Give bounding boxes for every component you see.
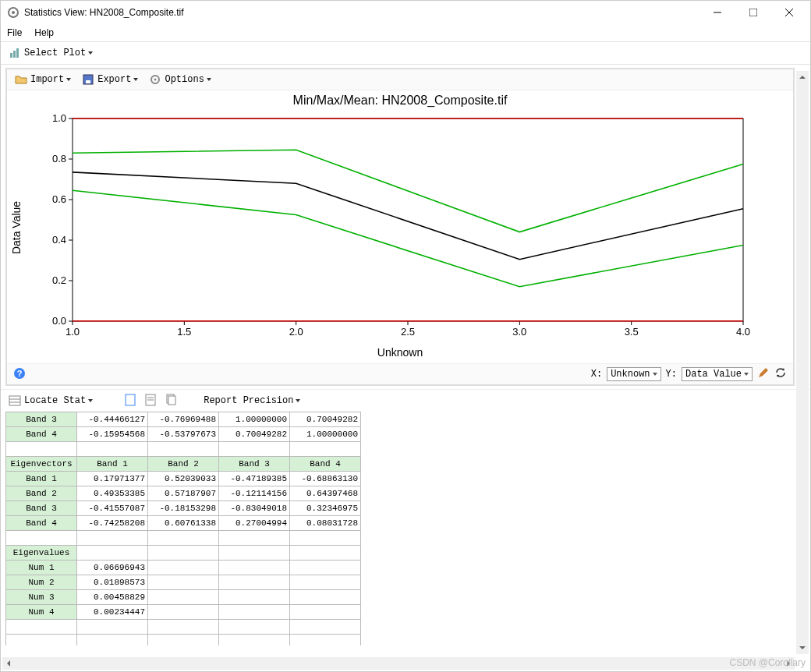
svg-text:0.8: 0.8 (52, 153, 66, 164)
chevron-down-icon (744, 373, 749, 376)
svg-text:4.0: 4.0 (736, 326, 750, 338)
export-button[interactable]: Export (79, 72, 141, 87)
svg-rect-13 (73, 118, 743, 321)
report-precision-button[interactable]: Report Precision (200, 394, 303, 408)
window-titlebar: Statistics View: HN2008_Composite.tif (1, 1, 810, 24)
gear-icon (149, 73, 161, 86)
chart-icon (9, 47, 21, 59)
vertical-scrollbar[interactable] (796, 71, 809, 654)
svg-point-1 (12, 11, 15, 14)
chart-plot[interactable]: 0.00.20.40.60.81.01.01.52.02.53.03.54.0 (26, 111, 759, 345)
folder-icon (15, 73, 27, 86)
table-icon (9, 394, 21, 407)
save-icon (82, 73, 94, 86)
svg-text:0.0: 0.0 (52, 315, 66, 327)
chevron-down-icon (207, 78, 211, 81)
scroll-left-icon[interactable] (2, 657, 15, 670)
scroll-down-icon[interactable] (796, 642, 809, 654)
svg-text:2.0: 2.0 (289, 326, 303, 338)
pencil-icon[interactable] (757, 366, 770, 382)
svg-rect-7 (13, 51, 16, 58)
svg-rect-3 (749, 9, 757, 16)
minimize-button[interactable] (699, 1, 735, 24)
help-icon[interactable]: ? (13, 367, 26, 382)
svg-text:0.6: 0.6 (52, 193, 66, 205)
options-label: Options (165, 74, 204, 85)
import-label: Import (30, 74, 64, 85)
select-plot-label: Select Plot (24, 48, 86, 58)
svg-text:?: ? (17, 369, 23, 378)
select-plot-button[interactable]: Select Plot (5, 45, 96, 61)
options-button[interactable]: Options (146, 72, 214, 87)
chart-title: Min/Max/Mean: HN2008_Composite.tif (7, 90, 793, 111)
lower-toolbar: Locate Stat Report Precision (1, 389, 810, 412)
svg-rect-45 (126, 394, 135, 405)
svg-text:1.0: 1.0 (66, 326, 80, 338)
chart-footer: ? X: Unknown Y: Data Value (7, 363, 793, 384)
chevron-down-icon (133, 78, 138, 81)
y-axis-label: Data Value (7, 111, 26, 345)
close-button[interactable] (771, 1, 807, 24)
watermark: CSDN @Corollary (729, 657, 806, 668)
select-plot-bar: Select Plot (1, 42, 810, 65)
svg-rect-42 (9, 396, 20, 405)
chevron-down-icon (88, 51, 93, 55)
page-icon-2[interactable] (144, 394, 157, 409)
chevron-down-icon (653, 373, 657, 376)
chevron-down-icon (66, 78, 71, 81)
svg-text:0.4: 0.4 (52, 234, 66, 246)
y-axis-select[interactable]: Data Value (682, 367, 753, 381)
svg-text:3.0: 3.0 (512, 326, 526, 338)
menu-help[interactable]: Help (34, 27, 54, 38)
app-icon (7, 6, 19, 19)
refresh-icon[interactable] (774, 366, 787, 382)
stats-table: Band 3-0.44466127-0.769694881.000000000.… (5, 412, 361, 645)
copy-icon[interactable] (165, 394, 177, 409)
svg-rect-50 (168, 396, 175, 405)
import-button[interactable]: Import (12, 72, 74, 87)
x-picker-label: X: (591, 369, 602, 380)
y-picker-label: Y: (666, 369, 677, 380)
window-title: Statistics View: HN2008_Composite.tif (24, 7, 699, 18)
svg-rect-8 (16, 48, 19, 58)
svg-text:1.5: 1.5 (177, 326, 191, 338)
x-axis-label: Unknown (7, 345, 793, 363)
chart-toolbar: Import Export Options (7, 69, 793, 90)
locate-stat-button[interactable]: Locate Stat (5, 393, 96, 409)
x-axis-select[interactable]: Unknown (607, 367, 660, 381)
chevron-down-icon (296, 399, 300, 402)
svg-rect-10 (86, 80, 90, 83)
stats-table-area[interactable]: Band 3-0.44466127-0.769694881.000000000.… (5, 412, 795, 645)
svg-text:0.2: 0.2 (52, 274, 66, 286)
chevron-down-icon (88, 399, 93, 402)
svg-rect-6 (10, 53, 12, 58)
chart-panel: Import Export Options Min/Max/Mean: HN20… (5, 68, 795, 386)
scroll-up-icon[interactable] (796, 71, 809, 83)
export-label: Export (97, 74, 131, 85)
svg-text:3.5: 3.5 (625, 326, 639, 338)
menubar: File Help (1, 24, 810, 42)
svg-text:2.5: 2.5 (401, 326, 415, 338)
maximize-button[interactable] (735, 1, 771, 24)
svg-point-12 (154, 79, 157, 81)
menu-file[interactable]: File (7, 27, 22, 38)
page-icon-1[interactable] (124, 394, 136, 409)
svg-text:1.0: 1.0 (52, 112, 66, 124)
horizontal-scrollbar[interactable] (2, 657, 795, 670)
